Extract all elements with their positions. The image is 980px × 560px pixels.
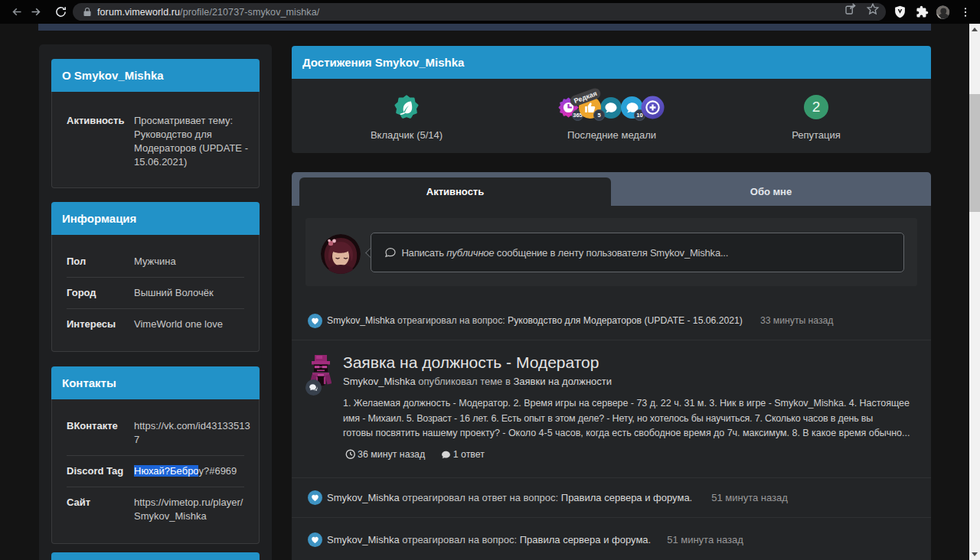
viewer-avatar[interactable]	[321, 234, 361, 274]
reaction-heart-icon	[308, 532, 322, 547]
reaction-heart-icon	[308, 314, 322, 328]
tab-activity[interactable]: Активность	[299, 177, 611, 206]
feed-target-link[interactable]: Правила сервера и форума.	[520, 534, 651, 545]
contacts-site-label: Сайт	[67, 496, 134, 523]
next-card-header-cutoff	[51, 552, 260, 560]
forward-icon[interactable]	[28, 4, 43, 19]
post-byline: Smykov_Mishka опубликовал теме в Заявки …	[343, 376, 612, 387]
contacts-vk-label: ВКонтакте	[67, 419, 134, 447]
medal-thumbsup-count: 5	[593, 109, 605, 121]
contacts-discord-value: Нюхай?Беброу?#6969	[134, 464, 244, 478]
feed-reaction-3: Smykov_Mishka отреагировал на вопрос: Пр…	[308, 532, 920, 547]
post-author-link[interactable]: Smykov_Mishka	[343, 376, 416, 387]
reputation-column: 2 Репутация	[714, 79, 919, 153]
share-icon[interactable]	[844, 2, 858, 16]
feed-actor-link[interactable]: Smykov_Mishka	[327, 492, 400, 503]
scrollbar-thumb[interactable]	[969, 94, 980, 212]
feed-actor-link[interactable]: Smykov_Mishka	[327, 534, 400, 545]
contacts-discord-label: Discord Tag	[67, 464, 134, 478]
feed-post: Заявка на должность - Модератор Smykov_M…	[305, 340, 917, 477]
status-composer: Написать публичное сообщение в ленту пол…	[305, 218, 917, 286]
scrollbar-down-arrow[interactable]	[969, 549, 980, 560]
activity-panel: Написать публичное сообщение в ленту пол…	[292, 206, 931, 560]
info-interests-label: Интересы	[67, 317, 134, 331]
contacts-vk-value[interactable]: https://vk.com/id431335137	[134, 419, 250, 447]
feed-reaction-1: Smykov_Mishka отреагировал на вопрос: Ру…	[308, 313, 920, 328]
medals-column: 365 5 10	[509, 79, 714, 153]
about-activity-value[interactable]: Просматривает тему: Руководство для Моде…	[134, 114, 248, 169]
info-city-label: Город	[67, 286, 134, 300]
profile-tabs: Активность Обо мне	[292, 172, 931, 206]
profile-avatar[interactable]	[936, 5, 950, 19]
info-interests-value: VimeWorld one love	[134, 317, 244, 331]
contacts-card: Контакты ВКонтакте https://vk.com/id4313…	[51, 366, 260, 544]
back-icon[interactable]	[9, 4, 24, 19]
post-replies-link[interactable]: 1 ответ	[453, 449, 485, 460]
info-gender-label: Пол	[67, 255, 134, 269]
adblock-shield-icon[interactable]	[893, 5, 907, 19]
status-placeholder: Написать публичное сообщение в ленту пол…	[384, 246, 728, 259]
rank-label[interactable]: Вкладчик (5/14)	[304, 129, 509, 141]
post-footer: 36 минут назад 1 ответ	[345, 449, 485, 460]
reputation-badge[interactable]: 2	[804, 95, 828, 119]
menu-kebab-icon[interactable]	[958, 5, 972, 19]
contacts-site-value[interactable]: https://vimetop.ru/player/Smykov_Mishka	[134, 496, 244, 523]
browser-toolbar: forum.vimeworld.ru/profile/210737-smykov…	[0, 0, 980, 24]
reputation-label: Репутация	[714, 129, 919, 141]
post-title[interactable]: Заявка на должность - Модератор	[343, 353, 599, 372]
clock-icon	[345, 449, 356, 460]
info-city-value: Вышний Волочёк	[134, 286, 244, 300]
url-text: forum.vimeworld.ru/profile/210737-smykov…	[97, 7, 319, 18]
reaction-heart-icon	[308, 490, 322, 505]
status-input[interactable]: Написать публичное сообщение в ленту пол…	[371, 233, 904, 272]
url-bar[interactable]: forum.vimeworld.ru/profile/210737-smykov…	[73, 3, 886, 21]
feed-target-link[interactable]: Правила сервера и форума.	[561, 492, 692, 503]
scrollbar-up-arrow[interactable]	[969, 24, 980, 35]
rank-badge-icon[interactable]	[394, 95, 419, 119]
feed-actor-link[interactable]: Smykov_Mishka	[327, 315, 395, 326]
profile-main: Достижения Smykov_Mishka Вкладчик (5/14)	[292, 46, 931, 153]
site-header-bottom	[38, 24, 931, 31]
medals-label: Последние медали	[509, 129, 714, 141]
info-card: Информация Пол Мужчина Город Вышний Воло…	[51, 202, 260, 352]
extensions-puzzle-icon[interactable]	[915, 5, 929, 19]
profile-sidebar: О Smykov_Mishka Активность Просматривает…	[39, 44, 272, 560]
tab-about-me[interactable]: Обо мне	[611, 177, 931, 206]
lock-icon	[83, 7, 92, 17]
bookmark-star-icon[interactable]	[866, 2, 880, 16]
reload-icon[interactable]	[53, 4, 68, 19]
info-card-header: Информация	[51, 202, 260, 235]
post-body: 1. Желаемая должность - Модератор. 2. Вр…	[343, 396, 925, 441]
achievements-header: Достижения Smykov_Mishka	[292, 46, 931, 79]
medal-plus[interactable]	[641, 96, 665, 119]
about-activity-label: Активность	[67, 114, 134, 169]
about-card: О Smykov_Mishka Активность Просматривает…	[51, 59, 260, 188]
achievements-body: Вкладчик (5/14) 365	[292, 79, 931, 153]
feed-target-link[interactable]: Руководство для Модераторов (UPDATE - 15…	[508, 315, 743, 326]
post-type-icon	[305, 379, 322, 396]
replies-icon	[441, 450, 451, 460]
feed-reaction-2: Smykov_Mishka отреагировал на ответ на в…	[308, 490, 920, 505]
info-gender-value: Мужчина	[134, 255, 244, 269]
post-forum-link[interactable]: Заявки на должности	[513, 376, 612, 387]
about-card-header: О Smykov_Mishka	[51, 59, 260, 92]
page: О Smykov_Mishka Активность Просматривает…	[0, 24, 969, 560]
page-scrollbar[interactable]	[969, 24, 980, 560]
rank-column: Вкладчик (5/14)	[304, 79, 509, 153]
contacts-card-header: Контакты	[51, 366, 260, 399]
